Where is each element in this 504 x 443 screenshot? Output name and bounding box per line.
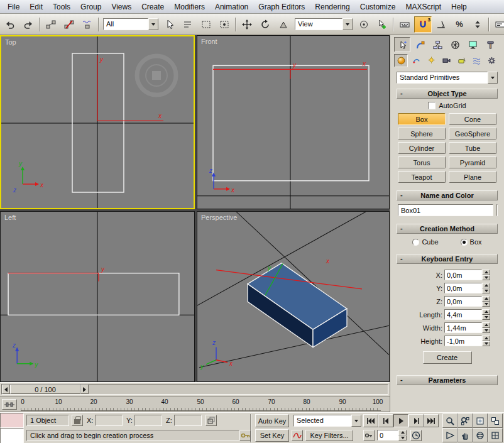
object-color-swatch[interactable] xyxy=(496,204,498,216)
default-in-out-tangents-button[interactable] xyxy=(292,430,303,441)
dropdown-arrow-button[interactable] xyxy=(351,415,361,427)
tab-motion[interactable] xyxy=(447,37,463,52)
time-slider-right-button[interactable] xyxy=(80,385,89,394)
kb-length-spinner[interactable] xyxy=(482,309,490,320)
category-systems[interactable] xyxy=(485,54,498,67)
time-configuration-button[interactable] xyxy=(410,430,422,441)
select-manipulate-button[interactable] xyxy=(373,16,391,33)
rollout-header-name-color[interactable]: -Name and Color xyxy=(397,190,498,200)
key-filters-button[interactable]: Key Filters... xyxy=(305,430,353,441)
viewport-label[interactable]: Left xyxy=(4,214,16,221)
creation-method-box[interactable]: Box xyxy=(461,238,482,246)
coord-x-input[interactable] xyxy=(95,415,123,426)
time-slider-track[interactable]: 0 / 100 xyxy=(1,384,388,395)
percent-snap-button[interactable]: % xyxy=(451,16,468,33)
rollout-header-creation-method[interactable]: -Creation Method xyxy=(397,224,498,234)
menu-maxscript[interactable]: MAXScript xyxy=(400,1,446,13)
spinner-down-icon[interactable] xyxy=(482,315,490,320)
radio-icon[interactable] xyxy=(461,239,468,246)
spinner-up-icon[interactable] xyxy=(482,309,490,315)
use-center-button[interactable] xyxy=(355,16,373,33)
spinner-down-icon[interactable] xyxy=(398,435,407,441)
viewport-front-canvas[interactable]: y x z x xyxy=(197,36,389,209)
next-frame-button[interactable] xyxy=(408,414,424,427)
angle-snap-button[interactable] xyxy=(432,16,450,33)
dropdown-arrow-button[interactable] xyxy=(488,72,498,84)
viewport-label[interactable]: Front xyxy=(201,38,217,45)
absolute-relative-toggle-button[interactable] xyxy=(205,415,217,426)
rollout-header-parameters[interactable]: -Parameters xyxy=(397,375,498,385)
primitive-pyramid-button[interactable]: Pyramid xyxy=(449,156,496,168)
viewport-perspective-canvas[interactable]: x y z x y xyxy=(197,212,389,381)
spinner-down-icon[interactable] xyxy=(482,275,490,281)
viewport-top-canvas[interactable]: y x y x z xyxy=(1,36,194,208)
select-rotate-button[interactable] xyxy=(256,16,274,33)
spinner-down-icon[interactable] xyxy=(482,341,490,347)
key-mode-toggle-button[interactable] xyxy=(363,430,375,441)
kb-y-spinner[interactable] xyxy=(482,283,490,293)
category-lights[interactable] xyxy=(424,54,438,67)
spinner-up-icon[interactable] xyxy=(482,283,490,288)
field-of-view-button[interactable] xyxy=(442,428,457,442)
viewport-left-canvas[interactable]: y z y xyxy=(1,212,194,381)
pan-button[interactable] xyxy=(457,428,473,442)
menu-tools[interactable]: Tools xyxy=(48,1,75,13)
zoom-extents-all-button[interactable] xyxy=(488,413,503,428)
tab-hierarchy[interactable] xyxy=(429,37,446,52)
previous-frame-button[interactable] xyxy=(378,414,393,427)
kb-width-spinner[interactable] xyxy=(482,322,490,333)
viewport-label[interactable]: Perspective xyxy=(201,214,237,221)
rollout-header-keyboard-entry[interactable]: -Keyboard Entry xyxy=(397,254,498,264)
viewport-top[interactable]: Top y x xyxy=(0,35,195,209)
menu-graph-editors[interactable]: Graph Editors xyxy=(253,1,310,13)
spinner-down-icon[interactable] xyxy=(482,288,490,294)
category-space-warps[interactable] xyxy=(469,54,483,67)
kb-length-input[interactable] xyxy=(444,309,482,320)
arc-rotate-button[interactable] xyxy=(473,428,488,442)
kb-width-input[interactable] xyxy=(444,322,482,333)
set-key-mode-button[interactable]: Set Key xyxy=(255,429,289,442)
window-crossing-button[interactable] xyxy=(216,16,233,33)
select-by-name-button[interactable] xyxy=(179,16,197,33)
zoom-button[interactable] xyxy=(442,413,457,428)
tab-modify[interactable] xyxy=(412,37,428,52)
undo-button[interactable] xyxy=(1,16,19,33)
selection-lock-button[interactable] xyxy=(72,415,83,426)
kb-height-spinner[interactable] xyxy=(482,336,490,346)
primitive-tube-button[interactable]: Tube xyxy=(449,142,496,154)
dropdown-arrow-button[interactable] xyxy=(148,18,158,30)
named-selection-sets-button[interactable] xyxy=(491,16,504,33)
autogrid-checkbox[interactable] xyxy=(428,102,436,109)
primitive-cone-button[interactable]: Cone xyxy=(449,113,496,125)
menu-animation[interactable]: Animation xyxy=(210,1,253,13)
category-helpers[interactable] xyxy=(454,54,468,67)
zoom-all-button[interactable] xyxy=(457,413,473,428)
primitive-torus-button[interactable]: Torus xyxy=(398,156,446,168)
unlink-button[interactable] xyxy=(60,16,78,33)
kb-z-input[interactable] xyxy=(444,296,482,307)
bind-spacewarp-button[interactable] xyxy=(79,16,96,33)
maxscript-mini-listener-input[interactable] xyxy=(0,428,24,443)
play-button[interactable] xyxy=(393,414,408,427)
snap-toggle-button[interactable]: 3 xyxy=(414,16,432,33)
frame-spinner[interactable] xyxy=(398,430,407,440)
menu-modifiers[interactable]: Modifiers xyxy=(169,1,210,13)
spinner-up-icon[interactable] xyxy=(482,336,490,341)
select-link-button[interactable] xyxy=(42,16,60,33)
key-mode-dropdown[interactable]: Selected xyxy=(293,415,361,427)
spinner-up-icon[interactable] xyxy=(398,430,407,435)
viewport-label[interactable]: Top xyxy=(5,38,16,46)
menu-help[interactable]: Help xyxy=(446,1,472,13)
track-bar[interactable]: 0 10 20 30 40 50 60 70 80 90 100 xyxy=(0,396,390,412)
tab-create[interactable] xyxy=(394,37,410,52)
category-shapes[interactable] xyxy=(409,54,423,67)
spinner-up-icon[interactable] xyxy=(482,270,490,275)
category-geometry[interactable] xyxy=(394,54,408,67)
viewport-front[interactable]: Front y x z x xyxy=(197,35,390,209)
menu-rendering[interactable]: Rendering xyxy=(310,1,354,13)
select-scale-button[interactable] xyxy=(275,16,292,33)
menu-views[interactable]: Views xyxy=(106,1,136,13)
tab-display[interactable] xyxy=(464,37,481,52)
auto-key-button[interactable]: Auto Key xyxy=(255,414,289,427)
primitive-teapot-button[interactable]: Teapot xyxy=(398,171,446,183)
